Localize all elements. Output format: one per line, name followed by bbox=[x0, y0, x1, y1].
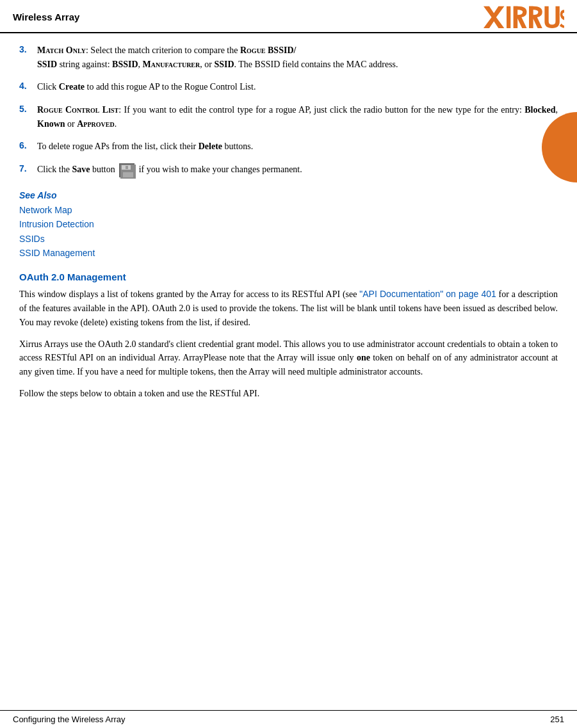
text-7b: button bbox=[90, 165, 117, 174]
list-content-5: Rogue Control List: If you want to edit … bbox=[37, 103, 558, 131]
list-content-7: Click the Save button if you wish to mak… bbox=[37, 163, 558, 177]
footer-left-text: Configuring the Wireless Array bbox=[13, 715, 126, 724]
text-7c: if you wish to make your changes permane… bbox=[136, 165, 302, 174]
oauth-para-1: This window displays a list of tokens gr… bbox=[19, 287, 558, 329]
text-3e: . The BSSID field contains the MAC addre… bbox=[234, 60, 398, 69]
page-footer: Configuring the Wireless Array 251 bbox=[0, 710, 577, 728]
text-3c: , bbox=[138, 60, 143, 69]
list-number-6: 6. bbox=[19, 140, 37, 150]
text-3b: string against: bbox=[57, 60, 112, 69]
list-content-3: Match Only: Select the match criterion t… bbox=[37, 44, 558, 71]
text-3a: : Select the match criterion to compare … bbox=[86, 45, 240, 55]
text-4b: to add this rogue AP to the Rogue Contro… bbox=[85, 82, 256, 92]
list-content-6: To delete rogue APs from the list, click… bbox=[37, 140, 558, 154]
page-title: Wireless Array bbox=[13, 12, 79, 22]
list-number-7: 7. bbox=[19, 163, 37, 174]
footer-page-number: 251 bbox=[550, 715, 564, 724]
text-7a: Click the bbox=[37, 165, 72, 174]
list-number-5: 5. bbox=[19, 103, 37, 114]
term-approved: Approved bbox=[77, 119, 114, 129]
see-also-link-ssid-management[interactable]: SSID Management bbox=[19, 246, 558, 260]
term-manufacturer: Manufacturer bbox=[143, 60, 200, 69]
text-5d: . bbox=[115, 119, 117, 129]
svg-marker-0 bbox=[484, 6, 504, 28]
term-known: Known bbox=[37, 119, 65, 129]
term-ssid: SSID bbox=[214, 60, 234, 69]
list-content-4: Click Create to add this rogue AP to the… bbox=[37, 80, 558, 94]
text-5a: : If you want to edit the control type f… bbox=[118, 105, 524, 115]
svg-rect-1 bbox=[507, 6, 510, 28]
see-also-section: See Also Network Map Intrusion Detection… bbox=[19, 190, 558, 261]
list-item: 5. Rogue Control List: If you want to ed… bbox=[19, 103, 558, 131]
logo: R bbox=[484, 5, 564, 28]
list-number-3: 3. bbox=[19, 44, 37, 54]
oauth-section-heading: OAuth 2.0 Management bbox=[19, 271, 558, 282]
api-doc-link[interactable]: "API Documentation" on page 401 bbox=[359, 289, 496, 299]
list-item: 3. Match Only: Select the match criterio… bbox=[19, 44, 558, 71]
svg-rect-8 bbox=[123, 172, 133, 177]
term-rogue-control-list: Rogue Control List bbox=[37, 105, 118, 115]
see-also-link-network-map[interactable]: Network Map bbox=[19, 203, 558, 217]
xirrus-logo-svg: R bbox=[484, 5, 564, 28]
term-create: Create bbox=[59, 82, 85, 92]
term-delete: Delete bbox=[199, 142, 222, 151]
term-save: Save bbox=[72, 165, 90, 174]
see-also-title: See Also bbox=[19, 190, 558, 200]
list-item: 6. To delete rogue APs from the list, cl… bbox=[19, 140, 558, 154]
text-4a: Click bbox=[37, 82, 59, 92]
term-blocked: Blocked bbox=[524, 105, 555, 115]
text-5c: or bbox=[65, 119, 77, 129]
see-also-link-intrusion-detection[interactable]: Intrusion Detection bbox=[19, 217, 558, 231]
term-match-only: Match Only bbox=[37, 45, 86, 55]
main-content: 3. Match Only: Select the match criterio… bbox=[0, 33, 577, 418]
list-item: 7. Click the Save button if you wish to … bbox=[19, 163, 558, 177]
save-button-icon bbox=[119, 163, 134, 177]
page-header: Wireless Array R bbox=[0, 0, 577, 33]
text-bold-one: one bbox=[357, 353, 370, 362]
list-number-4: 4. bbox=[19, 80, 37, 91]
text-6a: To delete rogue APs from the list, click… bbox=[37, 142, 199, 151]
text-3d: , or bbox=[200, 60, 214, 69]
oauth-para-2: Xirrus Arrays use the OAuth 2.0 standard… bbox=[19, 337, 558, 379]
see-also-link-ssids[interactable]: SSIDs bbox=[19, 232, 558, 246]
term-bssid: BSSID bbox=[112, 60, 138, 69]
text-5b: , bbox=[555, 105, 558, 115]
svg-rect-9 bbox=[126, 166, 128, 169]
oauth-para-3: Follow the steps below to obtain a token… bbox=[19, 387, 558, 401]
text-6b: buttons. bbox=[222, 142, 253, 151]
list-item: 4. Click Create to add this rogue AP to … bbox=[19, 80, 558, 94]
